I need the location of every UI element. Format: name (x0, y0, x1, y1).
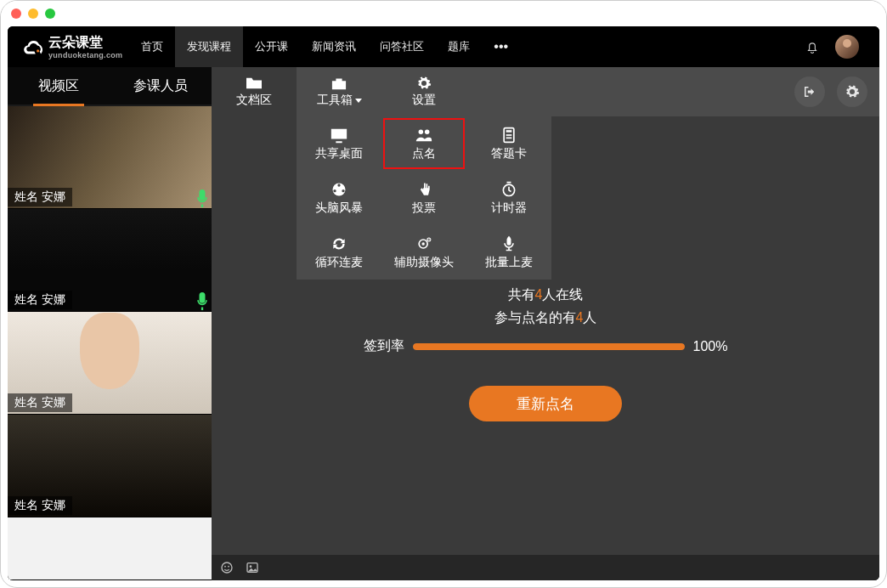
nav-discover[interactable]: 发现课程 (175, 26, 243, 67)
bell-icon[interactable] (805, 39, 820, 54)
nav-public[interactable]: 公开课 (243, 26, 300, 67)
video-tile[interactable]: 姓名 安娜 (8, 106, 212, 209)
progress-bar (413, 343, 685, 350)
nav-more[interactable]: ••• (482, 26, 520, 67)
toolbox-icon (330, 76, 348, 91)
main-area: 文档区 工具箱 设置 (212, 67, 879, 580)
mic-icon (196, 292, 208, 308)
rate-percent: 100% (693, 339, 728, 354)
minimize-window-button[interactable] (28, 8, 38, 19)
gear-icon (845, 84, 860, 99)
avatar[interactable] (835, 35, 859, 59)
tool-answer-sheet[interactable]: 答题卡 (466, 116, 551, 171)
gear-icon (415, 76, 433, 91)
exit-button[interactable] (794, 76, 825, 107)
body-row: 视频区 参课人员 姓名 安娜 姓名 安娜 姓名 安娜 (8, 67, 879, 580)
svg-point-20 (250, 565, 252, 568)
left-panel: 视频区 参课人员 姓名 安娜 姓名 安娜 姓名 安娜 (8, 67, 212, 580)
share-screen-icon (330, 127, 348, 144)
mic-icon (196, 189, 208, 205)
svg-rect-4 (506, 130, 512, 133)
tool-timer[interactable]: 计时器 (466, 171, 551, 225)
tool-label: 计时器 (491, 201, 527, 216)
app-root: 云朵课堂 yunduoketang.com 首页 发现课程 公开课 新闻资讯 问… (8, 26, 879, 580)
settings-button[interactable] (837, 76, 867, 107)
hand-icon (415, 181, 433, 198)
nav-news[interactable]: 新闻资讯 (300, 26, 368, 67)
nav-items: 首页 发现课程 公开课 新闻资讯 问答社区 题库 ••• (129, 26, 520, 67)
image-icon[interactable] (246, 561, 259, 574)
svg-point-18 (228, 566, 229, 568)
nav-qa[interactable]: 问答社区 (368, 26, 436, 67)
video-name: 姓名 安娜 (8, 291, 72, 309)
rate-label: 签到率 (364, 337, 404, 355)
tool-label: 共享桌面 (315, 146, 363, 161)
nav-home[interactable]: 首页 (129, 26, 175, 67)
folder-icon (245, 76, 263, 91)
brand-name: 云朵课堂 (48, 35, 103, 49)
tool-label: 答题卡 (491, 146, 527, 161)
svg-point-10 (342, 189, 344, 192)
tab-toolbox-label: 工具箱 (317, 93, 353, 108)
brand-sub: yunduoketang.com (48, 52, 122, 59)
toolbox-popover: 共享桌面 点名 答题卡 头脑风暴 (297, 116, 551, 280)
svg-point-2 (425, 129, 430, 134)
tool-loop-mic[interactable]: 循环连麦 (297, 225, 381, 280)
tab-toolbox[interactable]: 工具箱 (297, 67, 381, 116)
tabbar-right (794, 67, 879, 116)
video-name: 姓名 安娜 (8, 496, 72, 515)
svg-point-17 (224, 566, 226, 568)
tool-label: 循环连麦 (315, 255, 363, 270)
svg-rect-5 (506, 134, 512, 136)
progress-row: 签到率 100% (364, 337, 728, 355)
video-tile[interactable]: 姓名 安娜 (8, 415, 212, 517)
svg-point-16 (222, 563, 232, 573)
video-tile[interactable]: 姓名 安娜 (8, 209, 212, 312)
mic-icon (500, 235, 518, 252)
video-tile[interactable] (8, 517, 212, 580)
left-tabs: 视频区 参课人员 (8, 67, 212, 106)
svg-point-0 (37, 49, 39, 52)
window-frame: 云朵课堂 yunduoketang.com 首页 发现课程 公开课 新闻资讯 问… (0, 0, 887, 588)
progress-fill (413, 343, 685, 350)
chevron-down-icon (355, 99, 362, 103)
video-tile[interactable]: 姓名 安娜 (8, 312, 212, 415)
rollcall-again-button[interactable]: 重新点名 (469, 386, 622, 421)
close-window-button[interactable] (11, 8, 21, 19)
tool-aux-camera[interactable]: 辅助摄像头 (381, 225, 466, 280)
nav-bank[interactable]: 题库 (436, 26, 482, 67)
people-icon (415, 127, 433, 144)
tool-label: 头脑风暴 (315, 201, 363, 216)
chat-bar (212, 555, 879, 580)
emoji-icon[interactable] (220, 561, 234, 574)
face-placeholder (80, 313, 139, 389)
online-line: 共有4人在线 (508, 286, 584, 304)
tab-video-area[interactable]: 视频区 (8, 67, 110, 105)
window-titlebar (1, 1, 886, 26)
tab-settings-label: 设置 (412, 93, 436, 108)
svg-point-8 (337, 184, 340, 186)
tool-label: 批量上麦 (485, 255, 533, 270)
video-name: 姓名 安娜 (8, 393, 72, 412)
tab-doc-label: 文档区 (236, 93, 272, 108)
maximize-window-button[interactable] (45, 8, 55, 19)
camera-icon (415, 235, 433, 252)
tab-settings[interactable]: 设置 (381, 67, 466, 116)
cloud-icon (21, 37, 45, 56)
rollcall-stats: 共有4人在线 参与点名的有4人 签到率 100% 重新点名 (212, 286, 879, 421)
brand-logo[interactable]: 云朵课堂 yunduoketang.com (14, 34, 129, 59)
tool-vote[interactable]: 投票 (381, 171, 466, 225)
svg-point-9 (333, 189, 336, 192)
tab-doc-area[interactable]: 文档区 (212, 67, 297, 116)
tab-participants[interactable]: 参课人员 (110, 67, 212, 105)
tool-share-screen[interactable]: 共享桌面 (297, 116, 381, 171)
clock-icon (500, 181, 518, 198)
svg-point-13 (422, 242, 425, 245)
sheet-icon (500, 127, 518, 144)
tool-rollcall[interactable]: 点名 (381, 116, 466, 171)
video-list: 姓名 安娜 姓名 安娜 姓名 安娜 姓名 安娜 (8, 106, 212, 580)
tool-brainstorm[interactable]: 头脑风暴 (297, 171, 381, 225)
top-tabbar: 文档区 工具箱 设置 (212, 67, 879, 116)
svg-rect-6 (506, 137, 512, 139)
tool-batch-mic[interactable]: 批量上麦 (466, 225, 551, 280)
